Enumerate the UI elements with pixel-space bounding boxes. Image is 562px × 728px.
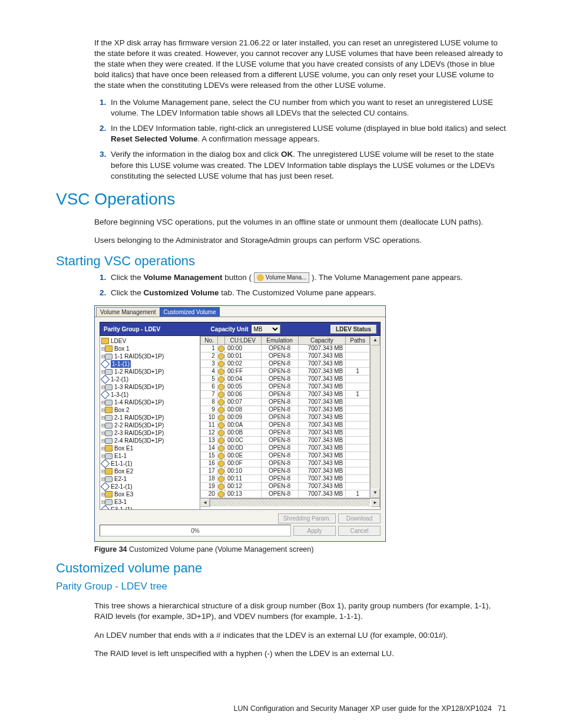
tree-node[interactable]: E1-1-(1) <box>101 460 199 467</box>
table-row[interactable]: 900:08OPEN-87007.343 MB <box>201 406 370 414</box>
table-row[interactable]: 1700:10OPEN-87007.343 MB <box>201 467 370 475</box>
ldev-status-button[interactable]: LDEV Status <box>330 325 376 334</box>
tree-node[interactable]: ⊞ 2-4 RAID5(3D+1P) <box>101 437 199 444</box>
tree-node-label: 2-3 RAID5(3D+1P) <box>114 429 164 437</box>
table-row[interactable]: 600:05OPEN-87007.343 MB <box>201 383 370 391</box>
table-cell: 13 <box>201 437 218 444</box>
tree-node[interactable]: ⊞ 2-3 RAID5(3D+1P) <box>101 429 199 437</box>
tree-node[interactable]: E2-1-(1) <box>101 483 199 490</box>
folder-icon <box>105 468 113 475</box>
table-cell: OPEN-8 <box>261 437 298 444</box>
scroll-left-icon[interactable]: ◄ <box>200 499 210 507</box>
table-row[interactable]: 1900:12OPEN-87007.343 MB <box>201 483 370 490</box>
column-header[interactable]: Capacity <box>298 337 346 345</box>
tree-node[interactable]: ⊞ 1-2 RAID5(3D+1P) <box>101 368 199 375</box>
table-row[interactable]: 100:00OPEN-87007.343 MB <box>201 345 370 353</box>
tree-node[interactable]: ⊞ 1-4 RAID5(3D+1P) <box>101 398 199 406</box>
table-row[interactable]: 200:01OPEN-87007.343 MB <box>201 353 370 360</box>
table-row[interactable]: 2000:13OPEN-87007.343 MB1 <box>201 490 370 498</box>
table-row[interactable]: 1600:0FOPEN-87007.343 MB <box>201 460 370 467</box>
vertical-scrollbar[interactable]: ▲ ▼ <box>370 336 380 498</box>
column-header[interactable]: No. <box>201 337 218 345</box>
progress-bar: 0% <box>100 525 291 536</box>
table-cell: OPEN-8 <box>261 452 298 460</box>
tree-node[interactable]: 1-3-(1) <box>101 391 199 398</box>
tab-customized-volume[interactable]: Customized Volume <box>160 307 220 317</box>
table-cell: OPEN-8 <box>261 421 298 429</box>
tree-node[interactable]: ⊞ 1-3 RAID5(3D+1P) <box>101 383 199 391</box>
tree-node[interactable]: ⊞ 2-2 RAID5(3D+1P) <box>101 421 199 429</box>
parity-group-tree[interactable]: LDEV ⊞ Box 1 ⊞ 1-1 RAID5(3D+1P) 1-1-(1) … <box>100 336 200 509</box>
table-row[interactable]: 800:07OPEN-87007.343 MB <box>201 398 370 406</box>
tree-node[interactable]: ⊞ 1-1 RAID5(3D+1P) <box>101 353 199 360</box>
tree-node-label: Box E2 <box>114 467 133 475</box>
table-row[interactable]: 400:FFOPEN-87007.343 MB1 <box>201 368 370 375</box>
tree-node[interactable]: E3-1-(1) <box>101 506 199 509</box>
ldev-table[interactable]: No.CU:LDEVEmulationCapacityPaths 100:00O… <box>200 336 370 498</box>
ldev-status-icon <box>218 460 224 467</box>
table-cell: OPEN-8 <box>261 345 298 353</box>
table-row[interactable]: 1100:0AOPEN-87007.343 MB <box>201 421 370 429</box>
scroll-right-icon[interactable]: ► <box>371 499 380 507</box>
tab-volume-management[interactable]: Volume Management <box>96 307 160 317</box>
tree-node-label: 1-1 RAID5(3D+1P) <box>114 353 164 360</box>
table-cell: 7007.343 MB <box>298 460 346 467</box>
table-cell <box>346 483 370 490</box>
table-row[interactable]: 300:02OPEN-87007.343 MB <box>201 360 370 368</box>
column-header[interactable]: Emulation <box>261 337 298 345</box>
cancel-button[interactable]: Cancel <box>338 526 381 536</box>
table-row[interactable]: 1400:0DOPEN-87007.343 MB <box>201 444 370 452</box>
step-b2-text-a: Click the <box>111 288 144 297</box>
tree-node[interactable]: LDEV <box>101 337 199 345</box>
capacity-unit-select[interactable]: MB <box>251 324 280 334</box>
folder-icon <box>101 338 109 344</box>
table-row[interactable]: 1800:11OPEN-87007.343 MB <box>201 475 370 483</box>
scroll-up-icon[interactable]: ▲ <box>371 336 380 345</box>
tree-node[interactable]: ⊞ Box E3 <box>101 490 199 498</box>
column-header[interactable]: Paths <box>346 337 370 345</box>
tree-node[interactable]: ⊞ E1-1 <box>101 452 199 460</box>
table-cell <box>217 345 224 353</box>
horizontal-scrollbar[interactable]: ◄ ► <box>200 498 380 507</box>
apply-button[interactable]: Apply <box>293 526 336 536</box>
tree-node[interactable]: ⊞ Box E1 <box>101 444 199 452</box>
table-row[interactable]: 1300:0COPEN-87007.343 MB <box>201 437 370 444</box>
table-cell: 17 <box>201 467 218 475</box>
volume-management-button-inline[interactable]: Volume Mana... <box>254 272 309 283</box>
table-cell <box>217 483 224 490</box>
table-cell: OPEN-8 <box>261 406 298 414</box>
column-header[interactable] <box>217 337 224 345</box>
tree-node[interactable]: ⊞ E3-1 <box>101 498 199 506</box>
tree-node[interactable]: ⊞ Box 1 <box>101 345 199 353</box>
button-row-1: Shredding Param. Download <box>100 510 381 525</box>
tree-node[interactable]: ⊞ Box 2 <box>101 406 199 414</box>
table-cell <box>217 421 224 429</box>
page-number: 71 <box>498 704 506 713</box>
table-cell: OPEN-8 <box>261 490 298 498</box>
column-header[interactable]: CU:LDEV <box>224 337 261 345</box>
table-row[interactable]: 700:06OPEN-87007.343 MB1 <box>201 391 370 398</box>
tree-node[interactable]: 1-2-(1) <box>101 375 199 383</box>
table-row[interactable]: 1000:09OPEN-87007.343 MB <box>201 414 370 421</box>
step-2-text-a: In the LDEV Information table, right-cli… <box>111 124 506 133</box>
download-button[interactable]: Download <box>338 513 381 523</box>
table-cell <box>346 414 370 421</box>
table-cell: 7 <box>201 391 218 398</box>
table-cell <box>217 398 224 406</box>
tree-node[interactable]: ⊞ E2-1 <box>101 475 199 483</box>
cvp-paragraph-1: This tree shows a hierarchical structure… <box>94 601 506 622</box>
tree-node[interactable]: ⊞ 2-1 RAID5(3D+1P) <box>101 414 199 421</box>
scroll-down-icon[interactable]: ▼ <box>371 489 380 498</box>
table-cell: 7007.343 MB <box>298 375 346 383</box>
table-cell: OPEN-8 <box>261 467 298 475</box>
page-footer: LUN Configuration and Security Manager X… <box>56 704 506 713</box>
shredding-param-button[interactable]: Shredding Param. <box>278 513 336 523</box>
table-row[interactable]: 500:04OPEN-87007.343 MB <box>201 375 370 383</box>
table-row[interactable]: 1200:0BOPEN-87007.343 MB <box>201 429 370 437</box>
table-row[interactable]: 1500:0EOPEN-87007.343 MB <box>201 452 370 460</box>
tree-node[interactable]: 1-1-(1) <box>101 360 199 368</box>
table-cell: 00:0C <box>224 437 261 444</box>
table-cell <box>217 414 224 421</box>
tree-node[interactable]: ⊞ Box E2 <box>101 467 199 475</box>
figure-number: Figure 34 <box>94 545 127 554</box>
